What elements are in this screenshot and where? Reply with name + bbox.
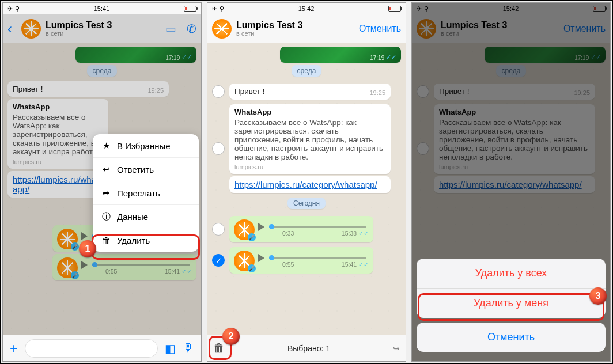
select-radio[interactable]	[212, 85, 225, 98]
chat-subtitle: в сети	[46, 30, 161, 37]
voice-avatar: 🎤	[57, 229, 78, 249]
phone-2: ✈︎⚲ 15:42 Lumpics Test 3 в сети Отменить…	[207, 2, 406, 362]
wifi-icon: ⚲	[15, 5, 20, 13]
wifi-icon: ⚲	[220, 5, 224, 13]
chat-title: Lumpics Test 3	[236, 20, 354, 31]
phone-3: ✈︎⚲ 15:42 Lumpics Test 3 в сети Отменить…	[411, 2, 611, 362]
menu-star[interactable]: ★В Избранные	[93, 134, 199, 158]
voice-track[interactable]	[92, 264, 190, 266]
phone-1: ✈︎ ⚲ 15:41 ‹ Lumpics Test 3 в сети ▭ ✆ 1…	[2, 2, 202, 362]
clock: 15:42	[298, 5, 315, 12]
play-icon[interactable]	[258, 223, 264, 231]
selectable-row[interactable]: ✓ 🎤 0:5515:41 ✓✓	[212, 245, 401, 276]
selectable-row[interactable]: WhatsApp Рассказываем все о WatsApp: как…	[212, 102, 401, 195]
menu-forward[interactable]: ➦Переслать	[93, 181, 199, 205]
selectable-row[interactable]: Привет ! 19:25	[212, 81, 401, 102]
airplane-icon: ✈︎	[212, 5, 217, 13]
play-icon[interactable]	[81, 232, 88, 240]
play-icon[interactable]	[81, 261, 88, 269]
camera-icon[interactable]: ◧	[165, 342, 176, 355]
mic-icon: 🎤	[248, 264, 256, 272]
mic-icon: 🎤	[71, 271, 79, 279]
status-bar: ✈︎⚲ 15:42	[207, 3, 406, 14]
star-icon: ★	[101, 141, 111, 151]
avatar[interactable]	[212, 19, 232, 39]
clock: 15:41	[94, 5, 110, 12]
select-radio[interactable]	[212, 223, 225, 236]
cancel-button[interactable]: Отменить	[359, 24, 401, 34]
chat-subtitle: в сети	[236, 30, 354, 37]
voice-call-icon[interactable]: ✆	[187, 22, 196, 36]
incoming-message[interactable]: Привет ! 19:25	[7, 81, 169, 97]
select-radio[interactable]	[212, 142, 225, 155]
voice-avatar: 🎤	[234, 251, 255, 271]
forward-button[interactable]: ↪	[393, 344, 400, 353]
sheet-delete-me[interactable]: Удалить у меня	[417, 289, 606, 318]
step-badge-3: 3	[589, 287, 607, 305]
back-icon[interactable]: ‹	[7, 21, 17, 37]
link-message: https://lumpics.ru/category/whatsapp/	[229, 176, 391, 193]
avatar[interactable]	[21, 19, 41, 39]
voice-avatar: 🎤	[57, 257, 78, 278]
incoming-message: Привет ! 19:25	[229, 84, 391, 100]
forward-icon: ➦	[101, 188, 111, 198]
select-radio-checked[interactable]: ✓	[212, 254, 225, 267]
menu-delete[interactable]: 🗑Удалить	[93, 229, 199, 252]
status-bar: ✈︎ ⚲ 15:41	[3, 3, 201, 14]
info-icon: ⓘ	[101, 211, 111, 222]
mic-icon: 🎤	[71, 242, 79, 251]
trash-button[interactable]: 🗑	[213, 342, 225, 355]
video-call-icon[interactable]: ▭	[165, 22, 176, 36]
trash-icon: 🗑	[101, 236, 111, 245]
voice-message[interactable]: 🎤 0:5515:41 ✓✓	[52, 254, 196, 280]
play-icon[interactable]	[258, 254, 264, 262]
mic-icon: 🎤	[248, 233, 256, 241]
chat-title: Lumpics Test 3	[46, 20, 161, 31]
day-separator: Сегодня	[287, 198, 326, 209]
reply-icon: ↩	[101, 164, 111, 175]
voice-message: 🎤 0:3315:38 ✓✓	[229, 216, 373, 242]
menu-reply[interactable]: ↩Ответить	[93, 158, 199, 181]
selection-count: Выбрано: 1	[287, 344, 330, 353]
sheet-delete-all[interactable]: Удалить у всех	[417, 259, 606, 289]
voice-track[interactable]	[269, 257, 366, 259]
mic-icon[interactable]: 🎙	[183, 342, 194, 355]
voice-avatar: 🎤	[234, 219, 255, 240]
sheet-cancel[interactable]: Отменить	[417, 323, 606, 352]
image-message[interactable]: 17:19 ✓✓	[75, 47, 196, 63]
airplane-icon: ✈︎	[7, 5, 13, 13]
plus-icon[interactable]: +	[10, 340, 18, 357]
day-separator: среда	[87, 65, 118, 77]
context-menu: ★В Избранные ↩Ответить ➦Переслать ⓘДанны…	[93, 134, 199, 252]
selectable-row[interactable]: 🎤 0:3315:38 ✓✓	[212, 214, 401, 245]
chat-header: Lumpics Test 3 в сети Отменить	[207, 14, 406, 43]
battery-icon	[388, 6, 401, 12]
step-badge-2: 2	[222, 328, 240, 345]
input-bar: + ◧ 🎙	[3, 335, 201, 361]
message-input[interactable]	[25, 339, 158, 358]
day-separator: среда	[292, 65, 322, 77]
link-preview: WhatsApp Рассказываем все о WatsApp: как…	[229, 104, 391, 174]
chat-body: 17:19 ✓✓ среда Привет ! 19:25 WhatsApp Р…	[207, 43, 406, 335]
menu-info[interactable]: ⓘДанные	[93, 205, 199, 229]
voice-track[interactable]	[269, 226, 366, 227]
battery-icon	[184, 6, 196, 12]
chat-header: ‹ Lumpics Test 3 в сети ▭ ✆	[3, 14, 201, 43]
voice-message-selected: 🎤 0:5515:41 ✓✓	[229, 247, 373, 274]
image-message[interactable]: 17:19 ✓✓	[280, 47, 401, 63]
step-badge-1: 1	[79, 240, 96, 257]
action-sheet: Удалить у всех Удалить у меня Отменить	[417, 259, 606, 357]
